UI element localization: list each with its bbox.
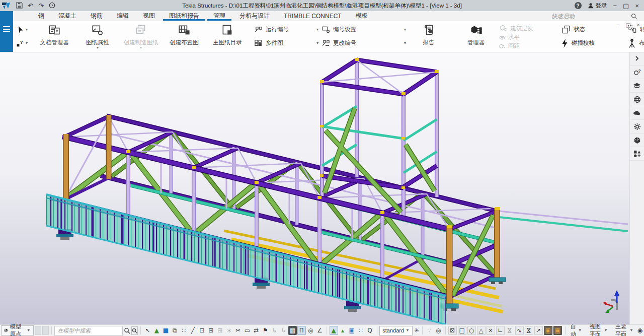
relative-input-icon[interactable]: ▣ <box>553 326 562 335</box>
master-drawing-catalog-button[interactable]: 主图纸目录 <box>206 21 249 52</box>
model-origin-dropdown[interactable]: 模型原点 ▼ <box>1 325 34 335</box>
tekla-logo-icon[interactable] <box>0 0 12 11</box>
snap-direction-icon[interactable]: ↗ <box>534 326 543 335</box>
spacing-button[interactable]: 间距 <box>499 42 559 50</box>
multi-drawing-button[interactable]: 多件图▾ <box>254 37 318 49</box>
search-options-icon[interactable] <box>131 326 138 335</box>
search-run-icon[interactable] <box>124 327 130 334</box>
level-button[interactable]: 水平 <box>499 34 559 41</box>
select-plates-icon[interactable]: ■ <box>162 326 170 335</box>
select-distances-icon[interactable]: ⚑ <box>261 326 270 335</box>
quick-launch[interactable] <box>550 13 644 20</box>
menu-tab[interactable]: 分析与设计 <box>233 11 276 21</box>
select-rebar-icon[interactable]: Π <box>297 326 306 335</box>
select-views-icon[interactable]: ▭ <box>243 326 252 335</box>
zoom-all-icon[interactable]: ∷ <box>357 326 365 335</box>
select-angle-icon[interactable]: ∠ <box>315 326 324 335</box>
menu-tab[interactable]: 混凝土 <box>52 11 83 21</box>
point-cloud-icon[interactable]: ∵ <box>425 326 434 335</box>
save-icon[interactable] <box>16 2 23 10</box>
redo-icon[interactable]: ↷ <box>38 3 44 9</box>
select-lines-icon[interactable]: ╱ <box>189 326 197 335</box>
menu-tab[interactable]: 钢筋 <box>85 11 109 21</box>
select-paths-icon[interactable]: ▦ <box>288 326 297 335</box>
zoom-search-icon[interactable]: Q <box>366 326 374 335</box>
applications-icon[interactable] <box>630 147 644 161</box>
create-layout-drawing-button[interactable]: 创建布置图 <box>163 21 206 52</box>
menu-tab[interactable]: 视图 <box>137 11 161 21</box>
model-search[interactable] <box>54 326 123 335</box>
visibility-eye-icon[interactable]: ◎ <box>434 326 443 335</box>
change-numbering-button[interactable]: 更改编号▾ <box>321 37 406 49</box>
building-hierarchy-button[interactable]: 建筑层次 <box>499 24 559 33</box>
clash-check-button[interactable]: 碰撞校核 <box>561 37 625 49</box>
create-fab-drawing-button[interactable]: 创建制造图纸 ▾ <box>119 21 163 52</box>
organizer-button[interactable]: 管理器 <box>454 21 498 52</box>
view-close-button[interactable]: × <box>637 22 640 28</box>
menu-tab[interactable]: 编辑 <box>111 11 135 21</box>
drawing-properties-button[interactable]: 图纸属性 ▾ <box>76 21 119 52</box>
select-assemblies-icon[interactable]: ↳ <box>279 326 288 335</box>
select-grids-icon[interactable]: ⊞ <box>207 326 215 335</box>
select-grid-lines-icon[interactable]: ⊞ <box>216 326 224 335</box>
learning-icon[interactable] <box>630 79 644 93</box>
document-manager-button[interactable]: 文档管理器 <box>33 21 76 52</box>
menu-tab[interactable]: TRIMBLE CONNECT <box>278 11 348 21</box>
menu-tab[interactable]: 钢 <box>32 11 50 21</box>
settings-gear-icon[interactable] <box>630 120 644 133</box>
select-parts-icon[interactable]: ▲ <box>152 326 161 335</box>
select-axes-icon[interactable]: ⇄ <box>252 326 261 335</box>
snap-intersection-icon[interactable]: × <box>487 326 495 335</box>
select-points-icon[interactable]: ∷ <box>180 326 188 335</box>
plane-visibility-eye-icon[interactable]: ◉ <box>637 326 643 335</box>
work-plane-icon[interactable]: ▴ <box>339 326 347 335</box>
origin-prev-button-disabled[interactable] <box>35 326 41 335</box>
numbering-settings-button[interactable]: 编号设置▾ <box>321 24 406 35</box>
select-visibility-icon[interactable]: ◎ <box>306 326 315 335</box>
work-area-icon[interactable]: ▲ <box>330 326 338 335</box>
menu-tab[interactable]: 管理 <box>207 11 231 21</box>
snap-midpoint-icon[interactable]: △ <box>477 326 486 335</box>
cloud-icon[interactable] <box>630 106 644 120</box>
plane-auto-dropdown[interactable]: 自动▼ <box>568 326 584 335</box>
menu-tab[interactable]: 模板 <box>350 11 374 21</box>
snap-override-icon[interactable]: ⋈ <box>525 326 533 335</box>
select-joints-icon[interactable]: ↳ <box>270 326 279 335</box>
minimize-button[interactable]: − <box>613 2 617 10</box>
selection-filter-dropdown[interactable]: standard ▼ <box>379 326 413 335</box>
snap-settings-icon[interactable]: ✳ <box>414 326 420 335</box>
community-globe-icon[interactable] <box>630 93 644 106</box>
snap-extension-icon[interactable]: ⋈ <box>506 326 514 335</box>
model-search-input[interactable] <box>56 327 121 334</box>
zoom-region-icon[interactable]: ▣ <box>348 326 356 335</box>
hamburger-menu-icon[interactable] <box>3 26 10 32</box>
select-cursor-tool[interactable]: ▾ <box>16 26 28 34</box>
select-switch-icon[interactable]: ↖ <box>143 326 152 335</box>
whats-new-icon[interactable]: ? <box>630 65 644 79</box>
origin-next-button-disabled[interactable] <box>42 326 49 335</box>
layout-manager-button[interactable]: 布置管理器 <box>627 37 644 49</box>
select-welds-icon[interactable]: ∗ <box>225 326 233 335</box>
login-button[interactable]: 登录 <box>588 2 607 10</box>
panel-expand-button[interactable] <box>630 52 644 65</box>
inquire-tool[interactable]: ?▾ <box>16 39 28 47</box>
plane-view-dropdown[interactable]: 视图平面▼ <box>586 326 610 335</box>
view-restore-button[interactable]: ▢ <box>625 22 630 28</box>
view-minimize-button[interactable]: − <box>616 22 619 28</box>
model-viewport[interactable]: ? <box>0 52 644 325</box>
ortho-toggle-icon[interactable]: ▣ <box>544 326 552 335</box>
select-solids-icon[interactable]: ⊡ <box>198 326 206 335</box>
history-icon[interactable] <box>49 2 55 10</box>
menu-tab[interactable]: 图纸和报告 <box>163 11 205 21</box>
run-numbering-button[interactable]: 运行编号▾ <box>254 24 318 35</box>
snap-center-icon[interactable]: ○ <box>467 326 476 335</box>
plane-main-dropdown[interactable]: 主要平面▼ <box>611 326 636 335</box>
select-cuts-icon[interactable]: ✂ <box>234 326 243 335</box>
quick-launch-input[interactable] <box>550 13 628 20</box>
snap-free-icon[interactable]: ∿ <box>515 326 524 335</box>
snap-reference-icon[interactable]: ⊠ <box>448 326 457 335</box>
report-button[interactable]: 报告 <box>407 21 450 52</box>
close-button[interactable]: × <box>635 2 639 10</box>
restore-button[interactable]: ▢ <box>623 2 629 10</box>
undo-icon[interactable]: ↶ <box>28 3 33 9</box>
